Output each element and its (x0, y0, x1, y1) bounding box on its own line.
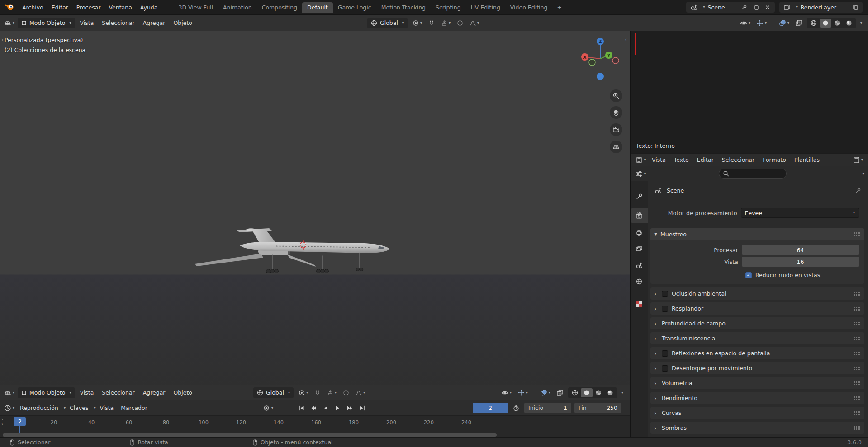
overlays-selector[interactable]: ▾ (778, 19, 791, 27)
tab-tool-icon[interactable] (631, 189, 648, 204)
shading-rendered-icon[interactable] (843, 19, 855, 28)
render-layer-browse-icon[interactable] (782, 4, 792, 11)
xray-toggle-icon[interactable] (555, 389, 565, 396)
vp-menu-seleccionar[interactable]: Seleccionar (99, 19, 138, 26)
play-reverse-button[interactable] (320, 403, 331, 413)
section-checkbox[interactable] (662, 350, 668, 357)
panel-grip-icon[interactable] (854, 366, 861, 371)
unlink-scene-icon[interactable] (763, 3, 772, 12)
te-menu-plantillas[interactable]: Plantillas (791, 156, 823, 163)
tl-menu-claves[interactable]: Claves (66, 405, 91, 411)
proportional-falloff-selector[interactable]: ▾ (468, 20, 480, 26)
mode-selector[interactable]: Modo Objeto ▾ (18, 18, 75, 28)
samples-render-field[interactable]: 64 (742, 245, 859, 255)
playhead[interactable]: 2 (14, 417, 26, 426)
panel-grip-icon[interactable] (854, 411, 861, 415)
search-input[interactable] (719, 169, 787, 179)
vp-menu-agregar[interactable]: Agregar (140, 19, 169, 26)
section-curves[interactable]: › Curvas (650, 407, 864, 419)
tab-default[interactable]: Default (302, 2, 333, 13)
previous-keyframe-button[interactable] (308, 403, 319, 413)
menu-ayuda[interactable]: Ayuda (136, 4, 162, 11)
engine-dropdown[interactable]: Eevee ▾ (741, 208, 859, 218)
3d-viewport[interactable]: Personalizada (perspectiva) (2) Coleccio… (0, 31, 630, 385)
proportional-editing-icon[interactable] (455, 20, 465, 26)
tab-scene-icon[interactable] (631, 258, 648, 273)
add-workspace-button[interactable]: + (552, 2, 566, 13)
auto-keying-record-icon[interactable]: ▾ (261, 405, 275, 412)
editor-type-3d-viewport-icon[interactable]: ▾ (3, 19, 16, 27)
airplane-model[interactable] (188, 223, 400, 284)
menu-procesar[interactable]: Procesar (72, 4, 105, 11)
section-motion-blur[interactable]: › Desenfoque por movimiento (650, 362, 864, 374)
section-performance[interactable]: › Rendimiento (650, 392, 864, 404)
section-ambient-occlusion[interactable]: › Oclusión ambiental (650, 287, 864, 300)
orthographic-grid-button[interactable] (610, 141, 622, 153)
timeline-ruler[interactable]: ›› 20 40 60 80 100 120 140 160 180 200 2… (0, 415, 630, 437)
te-menu-editar[interactable]: Editar (693, 156, 717, 163)
jump-to-end-button[interactable] (356, 403, 368, 413)
visibility-eye-selector[interactable]: ▾ (500, 389, 513, 396)
camera-view-button[interactable] (610, 123, 622, 136)
vp-menu-objeto[interactable]: Objeto (171, 19, 196, 26)
blender-logo-icon[interactable] (0, 3, 18, 11)
te-menu-formato[interactable]: Formato (759, 156, 790, 163)
menu-editar[interactable]: Editar (47, 4, 72, 11)
editor-type-timeline-icon[interactable]: ▾ (3, 405, 16, 412)
zoom-button[interactable] (610, 89, 622, 102)
shading-solid-icon[interactable] (581, 388, 593, 397)
section-depth-of-field[interactable]: › Profundidad de campo (650, 317, 864, 329)
denoise-checkbox[interactable]: ✓ (745, 272, 752, 278)
tab-game-logic[interactable]: Game Logic (333, 2, 376, 13)
new-scene-copy-icon[interactable] (751, 3, 760, 12)
pivot-point-selector[interactable]: ▾ (411, 20, 423, 26)
vp-menu-objeto[interactable]: Objeto (171, 389, 196, 396)
vp-menu-vista[interactable]: Vista (77, 19, 97, 26)
current-frame-field[interactable]: 2 (473, 403, 508, 413)
overlays-selector[interactable]: ▾ (539, 389, 552, 396)
tl-menu-reproduccion[interactable]: Reproducción (17, 405, 62, 411)
pan-hand-button[interactable] (610, 106, 622, 119)
region-toggle-icon[interactable]: ›› (1, 417, 3, 427)
shading-options-chevron[interactable]: ▾ (621, 391, 623, 395)
tab-view-layer-icon[interactable] (631, 242, 648, 256)
section-volumetrics[interactable]: › Volumetría (650, 377, 864, 389)
panel-grip-icon[interactable] (854, 426, 861, 430)
text-editor[interactable]: Texto: Interno ▾ Vista Texto Editar Sele… (630, 31, 868, 166)
te-menu-texto[interactable]: Texto (670, 156, 693, 163)
timeline-scrollbar[interactable] (3, 433, 497, 437)
samples-viewport-field[interactable]: 16 (742, 257, 859, 267)
tab-uv-editing[interactable]: UV Editing (466, 2, 505, 13)
tl-menu-vista[interactable]: Vista (96, 405, 117, 411)
shading-solid-icon[interactable] (820, 19, 831, 28)
tab-scripting[interactable]: Scripting (431, 2, 466, 13)
menu-ventana[interactable]: Ventana (104, 4, 136, 11)
vp-menu-agregar[interactable]: Agregar (140, 389, 169, 396)
stopwatch-icon[interactable] (511, 405, 521, 412)
tab-texture-icon[interactable] (631, 297, 648, 311)
scene-name[interactable]: Scene (708, 4, 737, 11)
region-toggle-left-icon[interactable]: › (1, 37, 4, 43)
text-datablock-icon[interactable]: ▾ (851, 156, 864, 164)
play-button[interactable] (332, 403, 343, 413)
tab-animation[interactable]: Animation (218, 2, 257, 13)
pin-icon[interactable] (740, 3, 749, 12)
section-subsurface[interactable]: › Transluminiscencia (650, 332, 864, 344)
pin-id-icon[interactable] (854, 188, 863, 194)
tab-world-icon[interactable] (631, 274, 648, 289)
region-toggle-right-icon[interactable]: ‹ (625, 37, 627, 43)
tl-menu-marcador[interactable]: Marcador (118, 405, 151, 411)
editor-type-3d-viewport-icon[interactable]: ▾ (3, 389, 16, 396)
transform-orientation-selector[interactable]: Global ▾ (367, 18, 408, 28)
panel-grip-icon[interactable] (854, 381, 861, 386)
panel-grip-icon[interactable] (854, 396, 861, 400)
panel-grip-icon[interactable] (854, 306, 861, 311)
shading-wireframe-icon[interactable] (808, 19, 820, 28)
render-layer-name[interactable]: RenderLayer (801, 4, 848, 11)
visibility-eye-selector[interactable]: ▾ (739, 19, 752, 27)
section-shadows[interactable]: › Sombras (650, 422, 864, 434)
snap-target-selector[interactable]: ▾ (326, 390, 338, 396)
te-menu-vista[interactable]: Vista (648, 156, 669, 163)
navigation-gizmo[interactable]: Z X Y (580, 38, 623, 82)
shading-material-icon[interactable] (831, 19, 843, 28)
